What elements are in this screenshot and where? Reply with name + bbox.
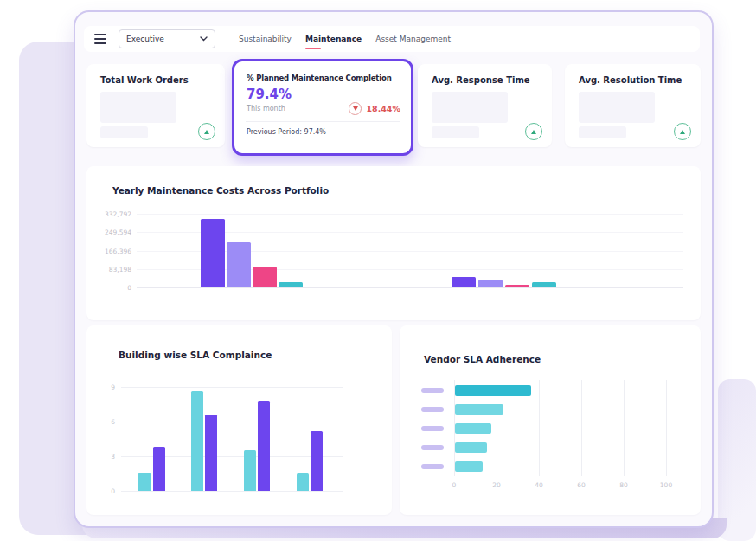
- building-sla-chart-card: Building wise SLA Complaince 9630: [86, 325, 392, 515]
- tab-sustainability[interactable]: Sustainability: [239, 26, 292, 52]
- y-axis-tick-label: 166,396: [86, 248, 131, 255]
- gridline: [666, 380, 667, 476]
- arrow-up-circle-icon: [674, 123, 691, 140]
- gridline: [137, 214, 683, 215]
- tab-asset-management[interactable]: Asset Management: [375, 26, 451, 52]
- adherence-bar: [455, 423, 491, 434]
- x-axis-tick-label: 40: [535, 481, 543, 489]
- chart-title: Building wise SLA Complaince: [119, 350, 272, 360]
- gridline: [121, 422, 343, 422]
- kpi-title: Total Work Orders: [100, 75, 189, 85]
- arrow-up-circle-icon: [198, 123, 215, 140]
- gridline: [624, 380, 625, 476]
- gridline: [121, 491, 343, 492]
- sla-bar-purple: [258, 401, 270, 491]
- gridline: [581, 380, 582, 476]
- dashboard-container: Executive SustainabilityMaintenanceAsset…: [74, 10, 714, 528]
- kpi-title: % Planned Maintenance Completion: [247, 74, 392, 82]
- chart-title: Vendor SLA Adherence: [424, 354, 541, 364]
- redacted-value-placeholder: [579, 92, 655, 123]
- cost-bar: [452, 277, 476, 287]
- adherence-bar: [455, 461, 483, 472]
- adherence-bar: [455, 442, 487, 453]
- x-axis-tick-label: 100: [660, 481, 672, 489]
- y-axis-tick-label: 332,792: [86, 210, 131, 218]
- redacted-label-placeholder: [432, 126, 479, 138]
- tab-maintenance[interactable]: Maintenance: [305, 26, 362, 52]
- kpi-previous-period: Previous Period: 97.4%: [247, 128, 326, 136]
- x-axis-tick-label: 80: [619, 481, 628, 489]
- maintenance-costs-chart-card: Yearly Maintenance Costs Across Portfoli…: [86, 166, 701, 320]
- cost-bar: [201, 219, 225, 287]
- redacted-value-placeholder: [432, 92, 508, 123]
- y-axis-tick-label: 0: [92, 487, 115, 495]
- kpi-value: 79.4%: [247, 87, 292, 102]
- arrow-up-circle-icon: [525, 123, 542, 140]
- tab-bar: SustainabilityMaintenanceAsset Managemen…: [239, 26, 451, 52]
- sla-bar-cyan: [191, 391, 203, 491]
- cost-bar: [478, 280, 503, 287]
- y-axis-tick-label: 6: [92, 418, 115, 426]
- building-sla-plot: [121, 387, 343, 491]
- kpi-delta: 18.44%: [349, 102, 400, 115]
- sla-bar-cyan: [297, 473, 309, 491]
- maintenance-costs-plot: [137, 214, 683, 287]
- y-axis-tick-label: 9: [92, 383, 115, 391]
- kpi-period-label: This month: [247, 105, 285, 113]
- chart-title: Yearly Maintenance Costs Across Portfoli…: [112, 185, 329, 196]
- vendor-sla-plot: [454, 380, 667, 476]
- sla-bar-purple: [205, 415, 217, 491]
- y-axis-tick-label: 249,594: [86, 229, 131, 236]
- cost-bar: [227, 242, 251, 287]
- cost-bar: [505, 285, 529, 287]
- cost-bar: [253, 267, 277, 287]
- gridline: [121, 387, 343, 388]
- redacted-vendor-label: [421, 445, 444, 450]
- y-axis-tick-label: 0: [86, 284, 131, 292]
- kpi-card-avg-resolution-time[interactable]: Avg. Resolution Time: [565, 64, 701, 147]
- sla-bar-cyan: [138, 473, 151, 491]
- gridline: [137, 287, 683, 288]
- redacted-vendor-label: [421, 426, 444, 431]
- redacted-label-placeholder: [100, 126, 148, 138]
- y-axis-tick-label: 3: [92, 453, 115, 460]
- x-axis-tick-label: 20: [492, 481, 501, 489]
- y-axis-tick-label: 83,198: [86, 266, 131, 274]
- sla-bar-cyan: [244, 450, 256, 491]
- sla-bar-purple: [153, 447, 165, 491]
- top-bar: Executive SustainabilityMaintenanceAsset…: [84, 26, 700, 52]
- x-axis-tick-label: 0: [452, 481, 457, 489]
- redacted-vendor-label: [421, 388, 444, 393]
- adherence-bar: [455, 404, 503, 415]
- cost-bar: [532, 282, 556, 287]
- dropdown-value: Executive: [126, 35, 164, 43]
- divider: [246, 121, 400, 122]
- gridline: [539, 380, 540, 476]
- adherence-bar: [455, 385, 531, 396]
- topbar-divider: [227, 33, 227, 46]
- kpi-title: Avg. Resolution Time: [579, 75, 682, 85]
- arrow-down-circle-icon: [349, 102, 362, 115]
- vendor-sla-chart-card: Vendor SLA Adherence 020406080100: [400, 325, 701, 515]
- redacted-vendor-label: [421, 464, 444, 469]
- redacted-label-placeholder: [579, 126, 626, 138]
- kpi-delta-value: 18.44%: [366, 104, 400, 113]
- x-axis-tick-label: 60: [577, 481, 586, 489]
- kpi-card-planned-maintenance-completion[interactable]: % Planned Maintenance Completion 79.4% T…: [232, 59, 413, 156]
- kpi-card-total-work-orders[interactable]: Total Work Orders: [86, 64, 225, 147]
- kpi-title: Avg. Response Time: [432, 75, 530, 85]
- kpi-card-avg-response-time[interactable]: Avg. Response Time: [418, 64, 552, 147]
- redacted-vendor-label: [421, 407, 444, 412]
- executive-dropdown[interactable]: Executive: [119, 29, 215, 48]
- hamburger-menu-icon[interactable]: [94, 34, 106, 44]
- chevron-down-icon: [200, 36, 208, 42]
- sla-bar-purple: [311, 431, 323, 491]
- cost-bar: [279, 282, 303, 287]
- background-shape-right: [718, 379, 756, 541]
- redacted-value-placeholder: [100, 92, 176, 123]
